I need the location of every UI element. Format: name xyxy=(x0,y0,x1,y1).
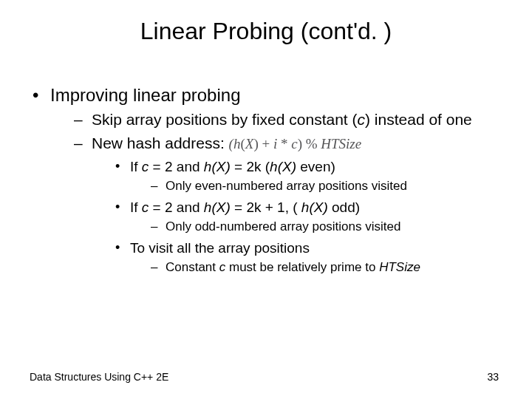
page-number: 33 xyxy=(487,371,499,383)
bullet-text: must be relatively prime to xyxy=(225,260,379,274)
bullet-lvl2: New hash address: (h(X) + i * c) % HTSiz… xyxy=(69,134,495,275)
bullet-lvl2: Skip array positions by fixed constant (… xyxy=(69,110,495,129)
var-hx: h(X) xyxy=(204,159,231,174)
bullet-lvl4: Only even-numbered array positions visit… xyxy=(148,178,495,194)
bullet-text: Constant xyxy=(166,260,219,274)
bullet-lvl3: To visit all the array positions Constan… xyxy=(111,239,495,276)
var-c: c xyxy=(142,159,149,174)
bullet-text: Skip array positions by fixed constant ( xyxy=(92,111,358,128)
bullet-text: If xyxy=(130,159,142,174)
footer-source: Data Structures Using C++ 2E xyxy=(30,371,168,383)
formula-image: (h(X) + i * c) % HTSize xyxy=(229,136,362,151)
var-hx: h(X) xyxy=(204,200,231,215)
bullet-text: = 2 and xyxy=(149,200,203,215)
bullet-text: To visit all the array positions xyxy=(130,240,310,256)
bullet-text: ) instead of one xyxy=(365,111,472,128)
bullet-text: New hash address: xyxy=(92,134,229,151)
bullet-text: = 2 and xyxy=(149,159,203,174)
bullet-text: Only even-numbered array positions visit… xyxy=(166,179,407,193)
bullet-lvl4: Only odd-numbered array positions visite… xyxy=(148,219,495,234)
var-htsize: HTSize xyxy=(379,260,420,274)
bullet-text: Only odd-numbered array positions visite… xyxy=(166,219,400,233)
slide-title: Linear Probing (cont'd. ) xyxy=(0,18,532,45)
var-c: c xyxy=(142,200,149,215)
bullet-text: If xyxy=(130,200,142,215)
bullet-text: = 2k + 1, ( xyxy=(231,200,301,215)
var-c: c xyxy=(358,111,366,128)
var-hx: h(X) xyxy=(301,200,328,215)
var-c: c xyxy=(219,260,226,274)
bullet-lvl4: Constant c must be relatively prime to H… xyxy=(148,259,495,275)
bullet-text: Improving linear probing xyxy=(50,85,240,105)
bullet-text: odd) xyxy=(328,200,360,215)
slide: Linear Probing (cont'd. ) Improving line… xyxy=(0,0,532,399)
bullet-text: = 2k ( xyxy=(231,159,270,174)
var-hx: h(X) xyxy=(270,159,296,174)
bullet-text: even) xyxy=(296,159,335,174)
bullet-lvl3: If c = 2 and h(X) = 2k + 1, ( h(X) odd) … xyxy=(111,199,495,235)
bullet-lvl1: Improving linear probing Skip array posi… xyxy=(30,85,495,276)
bullet-lvl3: If c = 2 and h(X) = 2k (h(X) even) Only … xyxy=(111,158,495,194)
slide-body: Improving linear probing Skip array posi… xyxy=(30,85,495,280)
